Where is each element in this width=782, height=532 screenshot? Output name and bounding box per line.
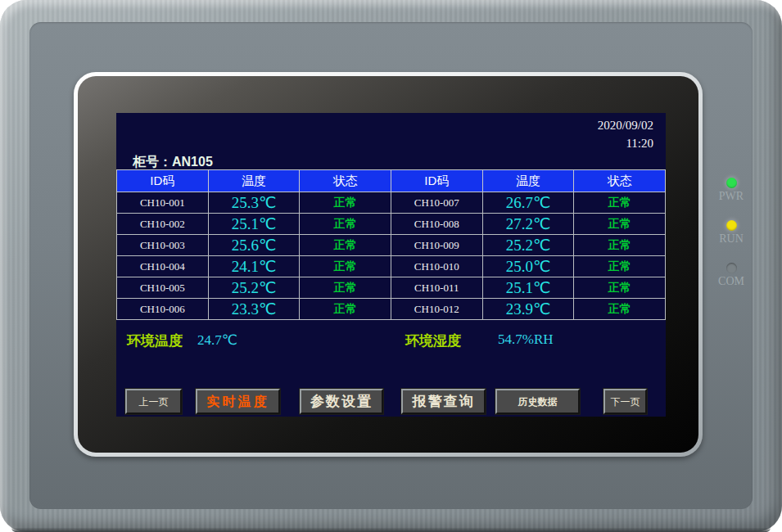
ambient-temp-value: 24.7℃	[197, 331, 237, 349]
cell-status: 正常	[300, 192, 391, 214]
cell-temp: 25.2℃	[208, 277, 300, 299]
cell-status: 正常	[574, 277, 666, 299]
cell-id: CH10-002	[117, 214, 209, 235]
cell-id: CH10-007	[391, 192, 482, 214]
cell-id: CH10-009	[391, 235, 482, 256]
ambient-humidity-label: 环境湿度	[405, 331, 461, 350]
cell-temp: 25.6℃	[208, 235, 300, 256]
pwr-led-label: PWR	[707, 190, 755, 203]
cell-status: 正常	[574, 214, 666, 235]
time-text: 11:20	[598, 134, 653, 152]
screen-bezel: 2020/09/02 11:20 柜号：AN105 ID码温度状态ID码温度状态…	[78, 76, 698, 453]
nav-button-history-data[interactable]: 历史数据	[495, 389, 580, 414]
cell-temp: 27.2℃	[482, 214, 574, 235]
run-led-label: RUN	[707, 232, 755, 246]
nav-button-realtime-temp[interactable]: 实时温度	[196, 389, 280, 414]
column-header-status: 状态	[300, 170, 391, 192]
column-header-status: 状态	[574, 170, 666, 192]
date-text: 2020/09/02	[598, 116, 653, 134]
cell-id: CH10-010	[391, 256, 482, 277]
com-led-label: COM	[707, 275, 755, 288]
cell-id: CH10-005	[117, 277, 209, 299]
cell-temp: 23.9℃	[482, 299, 574, 320]
datetime-display: 2020/09/02 11:20	[598, 116, 653, 152]
table-row: CH10-00623.3℃正常CH10-01223.9℃正常	[117, 299, 666, 320]
status-led-strip: PWRRUNCOM	[707, 178, 755, 305]
cell-id: CH10-001	[117, 192, 209, 214]
hmi-panel-device: 2020/09/02 11:20 柜号：AN105 ID码温度状态ID码温度状态…	[0, 0, 782, 532]
cell-status: 正常	[574, 235, 666, 256]
cell-id: CH10-011	[391, 277, 482, 299]
cell-status: 正常	[300, 299, 391, 320]
nav-button-prev-page[interactable]: 上一页	[125, 389, 182, 414]
cell-id: CH10-012	[391, 299, 482, 320]
nav-button-alarm-query[interactable]: 报警查询	[401, 389, 486, 414]
cell-temp: 25.1℃	[208, 214, 300, 235]
pwr-led-icon	[726, 178, 737, 188]
cell-status: 正常	[300, 214, 391, 235]
led-group-run: RUN	[707, 220, 755, 246]
column-header-temp: 温度	[482, 170, 574, 192]
cell-status: 正常	[574, 256, 666, 277]
cell-temp: 25.1℃	[482, 277, 574, 299]
table-row: CH10-00525.2℃正常CH10-01125.1℃正常	[117, 277, 666, 299]
cell-temp: 23.3℃	[208, 299, 300, 320]
cell-temp: 25.0℃	[482, 256, 574, 277]
lcd-touchscreen[interactable]: 2020/09/02 11:20 柜号：AN105 ID码温度状态ID码温度状态…	[116, 113, 666, 417]
table-row: CH10-00424.1℃正常CH10-01025.0℃正常	[117, 256, 666, 277]
ambient-readings-row: 环境温度 24.7℃ 环境湿度 54.7%RH	[116, 331, 666, 351]
cell-id: CH10-003	[117, 235, 209, 256]
column-header-temp: 温度	[208, 170, 300, 192]
cell-temp: 26.7℃	[482, 192, 574, 214]
table-row: CH10-00125.3℃正常CH10-00726.7℃正常	[117, 192, 666, 214]
cell-id: CH10-006	[117, 299, 209, 320]
cell-temp: 24.1℃	[208, 256, 300, 277]
led-group-pwr: PWR	[707, 178, 755, 203]
nav-button-row: 上一页实时温度参数设置报警查询历史数据下一页	[116, 389, 666, 414]
run-led-icon	[726, 220, 737, 231]
cell-status: 正常	[300, 235, 391, 256]
cell-status: 正常	[300, 277, 391, 299]
com-led-icon	[726, 263, 737, 273]
nav-button-next-page[interactable]: 下一页	[603, 389, 647, 414]
column-header-id: ID码	[117, 170, 209, 192]
channel-temperature-table: ID码温度状态ID码温度状态CH10-00125.3℃正常CH10-00726.…	[116, 169, 666, 320]
led-group-com: COM	[707, 263, 755, 288]
screen-bezel-frame: 2020/09/02 11:20 柜号：AN105 ID码温度状态ID码温度状态…	[74, 72, 703, 457]
ambient-temp-label: 环境温度	[127, 331, 183, 350]
cell-id: CH10-004	[117, 256, 209, 277]
cabinet-number-label: 柜号：AN105	[133, 154, 213, 171]
cell-status: 正常	[300, 256, 391, 277]
nav-button-param-settings[interactable]: 参数设置	[300, 389, 383, 414]
cell-temp: 25.3℃	[208, 192, 300, 214]
cell-status: 正常	[574, 299, 666, 320]
cell-id: CH10-008	[391, 214, 482, 235]
table-row: CH10-00325.6℃正常CH10-00925.2℃正常	[117, 235, 666, 256]
cell-temp: 25.2℃	[482, 235, 574, 256]
table-row: CH10-00225.1℃正常CH10-00827.2℃正常	[117, 214, 666, 235]
cell-status: 正常	[574, 192, 666, 214]
column-header-id: ID码	[391, 170, 482, 192]
ambient-humidity-value: 54.7%RH	[498, 331, 554, 348]
